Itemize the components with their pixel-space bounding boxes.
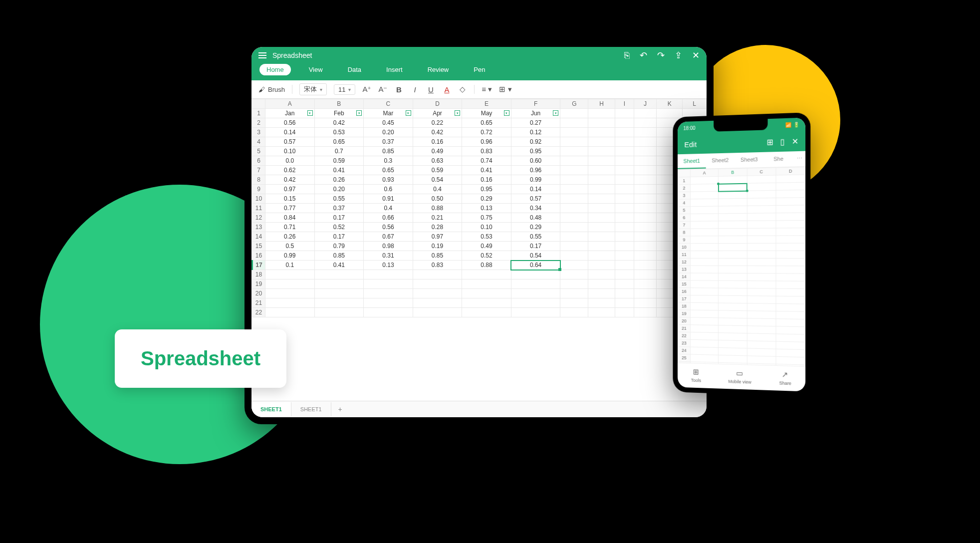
cell[interactable]: [511, 279, 560, 289]
cell[interactable]: 0.54: [511, 251, 560, 261]
redo-icon[interactable]: ↷: [657, 50, 665, 61]
cell[interactable]: [634, 175, 657, 185]
filter-icon[interactable]: ▾: [406, 110, 411, 116]
phone-cell[interactable]: [776, 259, 805, 266]
row-header[interactable]: 13: [252, 223, 265, 232]
close-icon[interactable]: ✕: [692, 50, 700, 61]
cell[interactable]: 0.5: [265, 242, 315, 251]
cell[interactable]: 0.49: [462, 242, 511, 251]
cell[interactable]: 0.21: [413, 213, 462, 223]
sheet-tab[interactable]: SHEET1: [251, 402, 291, 416]
phone-cell[interactable]: [776, 220, 805, 228]
row-header[interactable]: 5: [252, 147, 265, 156]
phone-cell[interactable]: [747, 243, 776, 251]
cell[interactable]: [560, 194, 588, 204]
cell[interactable]: [364, 279, 413, 289]
row-header[interactable]: 14: [252, 232, 265, 242]
cell[interactable]: [560, 251, 588, 261]
cell[interactable]: [634, 204, 657, 213]
phone-row-header[interactable]: 10: [678, 244, 690, 251]
cell[interactable]: 0.66: [364, 213, 413, 223]
cell[interactable]: 0.62: [265, 166, 315, 175]
phone-row-header[interactable]: 3: [678, 192, 690, 199]
cell[interactable]: Apr▾: [413, 109, 462, 118]
col-header-G[interactable]: G: [560, 99, 588, 109]
cell[interactable]: [588, 289, 615, 298]
cell[interactable]: 0.88: [413, 204, 462, 213]
cell[interactable]: 0.41: [314, 261, 364, 270]
cell[interactable]: [615, 270, 634, 279]
cell[interactable]: [511, 298, 560, 308]
cell[interactable]: 0.60: [511, 156, 560, 166]
phone-cell[interactable]: [719, 288, 747, 296]
cell[interactable]: [634, 289, 657, 298]
cell[interactable]: [615, 175, 634, 185]
cell[interactable]: 0.4: [413, 185, 462, 194]
cell[interactable]: [560, 213, 588, 223]
phone-row-header[interactable]: 19: [678, 310, 690, 317]
phone-row-header[interactable]: 11: [678, 251, 690, 259]
phone-cell[interactable]: [776, 319, 805, 327]
row-header[interactable]: 21: [252, 298, 265, 308]
phone-cell[interactable]: [719, 355, 747, 363]
phone-cell[interactable]: [776, 326, 805, 334]
cell[interactable]: 0.74: [462, 156, 511, 166]
cell[interactable]: [560, 279, 588, 289]
phone-cell[interactable]: [719, 295, 747, 303]
cell[interactable]: [560, 204, 588, 213]
phone-row-header[interactable]: 13: [678, 266, 690, 273]
cell[interactable]: [314, 298, 364, 308]
cell[interactable]: [588, 213, 615, 223]
phone-footer-mobile-view[interactable]: ▭Mobile view: [728, 368, 751, 384]
cell[interactable]: 0.22: [413, 118, 462, 128]
phone-row-header[interactable]: 12: [678, 258, 690, 266]
phone-row-header[interactable]: 4: [678, 199, 690, 207]
cell[interactable]: 0.10: [265, 147, 315, 156]
cell[interactable]: [588, 175, 615, 185]
font-size-select[interactable]: 11▾: [334, 84, 355, 95]
cell[interactable]: 0.27: [511, 118, 560, 128]
phone-footer-tools[interactable]: ⊞Tools: [691, 367, 701, 383]
phone-sheet-tab[interactable]: She: [764, 151, 793, 167]
page-icon[interactable]: ▯: [780, 137, 785, 146]
cell[interactable]: 0.55: [511, 232, 560, 242]
cell[interactable]: 0.17: [314, 213, 364, 223]
phone-cell[interactable]: [719, 258, 747, 266]
cell[interactable]: 0.13: [462, 204, 511, 213]
cell[interactable]: 0.96: [511, 166, 560, 175]
col-header-A[interactable]: A: [265, 99, 315, 109]
phone-cell[interactable]: [747, 333, 776, 341]
phone-row-header[interactable]: 23: [678, 339, 690, 347]
cell[interactable]: 0.20: [314, 185, 364, 194]
cell[interactable]: [615, 109, 634, 118]
cell[interactable]: 0.42: [413, 128, 462, 137]
phone-cell[interactable]: [776, 190, 805, 198]
cell[interactable]: 0.34: [511, 204, 560, 213]
cell[interactable]: [634, 194, 657, 204]
phone-cell[interactable]: [747, 288, 776, 296]
cell[interactable]: [462, 279, 511, 289]
cell[interactable]: 0.31: [364, 251, 413, 261]
font-color-icon[interactable]: A: [442, 85, 451, 94]
cell[interactable]: [588, 270, 615, 279]
cell[interactable]: [634, 166, 657, 175]
col-header-L[interactable]: L: [683, 99, 707, 109]
phone-cell[interactable]: [776, 288, 805, 296]
phone-cell[interactable]: [747, 266, 776, 273]
cell[interactable]: 0.52: [314, 223, 364, 232]
cell[interactable]: 0.0: [265, 156, 315, 166]
cell[interactable]: 0.42: [314, 118, 364, 128]
cell[interactable]: 0.19: [413, 242, 462, 251]
cell[interactable]: [462, 308, 511, 317]
phone-row-header[interactable]: 8: [678, 229, 690, 236]
phone-cell[interactable]: [719, 183, 747, 191]
cell[interactable]: 0.97: [265, 185, 315, 194]
phone-cell[interactable]: [776, 213, 805, 221]
cell[interactable]: [560, 298, 588, 308]
row-header[interactable]: 19: [252, 279, 265, 289]
cell[interactable]: 0.95: [511, 147, 560, 156]
cell[interactable]: [588, 109, 615, 118]
cell[interactable]: 0.83: [413, 261, 462, 270]
cell[interactable]: [560, 109, 588, 118]
row-header[interactable]: 16: [252, 251, 265, 261]
